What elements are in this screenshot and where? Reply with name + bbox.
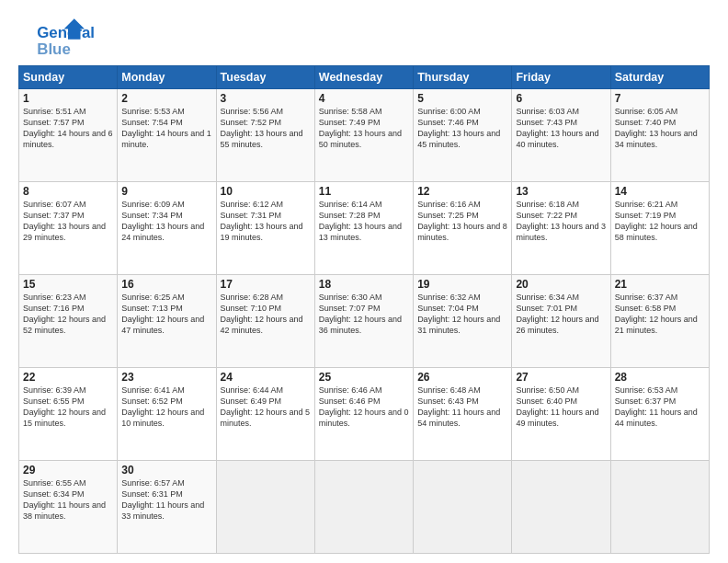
cell-day-number: 23 (121, 371, 211, 384)
cell-day-number: 25 (319, 371, 409, 384)
calendar-cell: 24 Sunrise: 6:44 AM Sunset: 6:49 PM Dayl… (216, 368, 314, 461)
cell-day-number: 3 (221, 92, 311, 105)
weekday-header: Friday (512, 66, 610, 89)
calendar-cell (512, 461, 610, 554)
calendar-cell: 22 Sunrise: 6:39 AM Sunset: 6:55 PM Dayl… (19, 368, 118, 461)
cell-content: Sunrise: 6:30 AM Sunset: 7:07 PM Dayligh… (319, 292, 409, 337)
cell-content: Sunrise: 6:34 AM Sunset: 7:01 PM Dayligh… (516, 292, 606, 337)
cell-content: Sunrise: 6:23 AM Sunset: 7:16 PM Dayligh… (23, 292, 113, 337)
cell-content: Sunrise: 6:28 AM Sunset: 7:10 PM Dayligh… (221, 292, 311, 337)
weekday-header: Tuesday (216, 66, 314, 89)
calendar-cell: 27 Sunrise: 6:50 AM Sunset: 6:40 PM Dayl… (512, 368, 610, 461)
cell-content: Sunrise: 5:56 AM Sunset: 7:52 PM Dayligh… (221, 106, 311, 151)
cell-day-number: 4 (319, 92, 409, 105)
calendar-cell: 8 Sunrise: 6:07 AM Sunset: 7:37 PM Dayli… (19, 182, 118, 275)
cell-day-number: 16 (121, 278, 211, 291)
cell-content: Sunrise: 6:18 AM Sunset: 7:22 PM Dayligh… (516, 199, 606, 244)
cell-day-number: 5 (417, 92, 507, 105)
cell-day-number: 19 (417, 278, 507, 291)
calendar-cell: 11 Sunrise: 6:14 AM Sunset: 7:28 PM Dayl… (314, 182, 413, 275)
logo: General Blue (18, 17, 101, 58)
calendar-cell: 17 Sunrise: 6:28 AM Sunset: 7:10 PM Dayl… (216, 275, 314, 368)
calendar-week-row: 15 Sunrise: 6:23 AM Sunset: 7:16 PM Dayl… (19, 275, 710, 368)
cell-day-number: 27 (516, 371, 606, 384)
calendar-cell (314, 461, 413, 554)
logo-icon: General Blue (18, 17, 101, 58)
cell-content: Sunrise: 6:55 AM Sunset: 6:34 PM Dayligh… (23, 477, 113, 523)
weekday-header: Monday (118, 66, 216, 89)
calendar-cell: 1 Sunrise: 5:51 AM Sunset: 7:57 PM Dayli… (19, 89, 118, 182)
calendar-cell: 15 Sunrise: 6:23 AM Sunset: 7:16 PM Dayl… (19, 275, 118, 368)
cell-day-number: 1 (23, 92, 113, 105)
cell-day-number: 6 (516, 92, 606, 105)
calendar-header-row: SundayMondayTuesdayWednesdayThursdayFrid… (19, 66, 710, 89)
cell-day-number: 8 (23, 185, 113, 198)
cell-day-number: 9 (121, 185, 211, 198)
cell-content: Sunrise: 6:14 AM Sunset: 7:28 PM Dayligh… (319, 199, 409, 244)
calendar-cell: 6 Sunrise: 6:03 AM Sunset: 7:43 PM Dayli… (512, 89, 610, 182)
cell-content: Sunrise: 6:46 AM Sunset: 6:46 PM Dayligh… (319, 385, 409, 430)
cell-content: Sunrise: 6:12 AM Sunset: 7:31 PM Dayligh… (221, 199, 311, 244)
cell-day-number: 12 (417, 185, 507, 198)
cell-day-number: 24 (221, 371, 311, 384)
calendar-cell: 13 Sunrise: 6:18 AM Sunset: 7:22 PM Dayl… (512, 182, 610, 275)
calendar-cell: 28 Sunrise: 6:53 AM Sunset: 6:37 PM Dayl… (610, 368, 709, 461)
calendar-cell (414, 461, 512, 554)
calendar-cell: 16 Sunrise: 6:25 AM Sunset: 7:13 PM Dayl… (118, 275, 216, 368)
calendar-cell: 30 Sunrise: 6:57 AM Sunset: 6:31 PM Dayl… (118, 461, 216, 554)
calendar-cell: 5 Sunrise: 6:00 AM Sunset: 7:46 PM Dayli… (414, 89, 512, 182)
cell-content: Sunrise: 6:50 AM Sunset: 6:40 PM Dayligh… (516, 385, 606, 430)
cell-day-number: 22 (23, 371, 113, 384)
cell-content: Sunrise: 6:53 AM Sunset: 6:37 PM Dayligh… (615, 385, 705, 430)
cell-day-number: 18 (319, 278, 409, 291)
cell-content: Sunrise: 6:48 AM Sunset: 6:43 PM Dayligh… (417, 385, 507, 430)
cell-content: Sunrise: 6:25 AM Sunset: 7:13 PM Dayligh… (121, 292, 211, 337)
cell-content: Sunrise: 6:37 AM Sunset: 6:58 PM Dayligh… (615, 292, 705, 337)
calendar: SundayMondayTuesdayWednesdayThursdayFrid… (18, 65, 710, 554)
calendar-cell: 4 Sunrise: 5:58 AM Sunset: 7:49 PM Dayli… (314, 89, 413, 182)
cell-day-number: 26 (417, 371, 507, 384)
cell-content: Sunrise: 6:07 AM Sunset: 7:37 PM Dayligh… (23, 199, 113, 244)
cell-day-number: 28 (615, 371, 705, 384)
cell-content: Sunrise: 6:57 AM Sunset: 6:31 PM Dayligh… (121, 477, 211, 523)
calendar-cell (216, 461, 314, 554)
cell-content: Sunrise: 6:16 AM Sunset: 7:25 PM Dayligh… (417, 199, 507, 244)
cell-day-number: 7 (615, 92, 705, 105)
calendar-cell: 18 Sunrise: 6:30 AM Sunset: 7:07 PM Dayl… (314, 275, 413, 368)
cell-content: Sunrise: 6:39 AM Sunset: 6:55 PM Dayligh… (23, 385, 113, 430)
cell-day-number: 2 (121, 92, 211, 105)
cell-day-number: 20 (516, 278, 606, 291)
cell-day-number: 29 (23, 464, 113, 477)
calendar-cell (610, 461, 709, 554)
cell-content: Sunrise: 6:21 AM Sunset: 7:19 PM Dayligh… (615, 199, 705, 244)
cell-content: Sunrise: 5:51 AM Sunset: 7:57 PM Dayligh… (23, 106, 113, 151)
calendar-cell: 23 Sunrise: 6:41 AM Sunset: 6:52 PM Dayl… (118, 368, 216, 461)
weekday-header: Wednesday (314, 66, 413, 89)
calendar-week-row: 8 Sunrise: 6:07 AM Sunset: 7:37 PM Dayli… (19, 182, 710, 275)
calendar-cell: 3 Sunrise: 5:56 AM Sunset: 7:52 PM Dayli… (216, 89, 314, 182)
cell-day-number: 21 (615, 278, 705, 291)
cell-content: Sunrise: 5:58 AM Sunset: 7:49 PM Dayligh… (319, 106, 409, 151)
cell-content: Sunrise: 6:05 AM Sunset: 7:40 PM Dayligh… (615, 106, 705, 151)
calendar-cell: 7 Sunrise: 6:05 AM Sunset: 7:40 PM Dayli… (610, 89, 709, 182)
cell-day-number: 17 (221, 278, 311, 291)
cell-day-number: 10 (221, 185, 311, 198)
calendar-week-row: 1 Sunrise: 5:51 AM Sunset: 7:57 PM Dayli… (19, 89, 710, 182)
cell-content: Sunrise: 6:41 AM Sunset: 6:52 PM Dayligh… (121, 385, 211, 430)
cell-day-number: 30 (121, 464, 211, 477)
weekday-header: Sunday (19, 66, 118, 89)
calendar-cell: 14 Sunrise: 6:21 AM Sunset: 7:19 PM Dayl… (610, 182, 709, 275)
header: General Blue (18, 17, 710, 58)
calendar-week-row: 29 Sunrise: 6:55 AM Sunset: 6:34 PM Dayl… (19, 461, 710, 554)
calendar-cell: 2 Sunrise: 5:53 AM Sunset: 7:54 PM Dayli… (118, 89, 216, 182)
calendar-cell: 10 Sunrise: 6:12 AM Sunset: 7:31 PM Dayl… (216, 182, 314, 275)
cell-content: Sunrise: 5:53 AM Sunset: 7:54 PM Dayligh… (121, 106, 211, 151)
weekday-header: Thursday (414, 66, 512, 89)
calendar-cell: 20 Sunrise: 6:34 AM Sunset: 7:01 PM Dayl… (512, 275, 610, 368)
calendar-week-row: 22 Sunrise: 6:39 AM Sunset: 6:55 PM Dayl… (19, 368, 710, 461)
weekday-header: Saturday (610, 66, 709, 89)
calendar-cell: 25 Sunrise: 6:46 AM Sunset: 6:46 PM Dayl… (314, 368, 413, 461)
cell-content: Sunrise: 6:44 AM Sunset: 6:49 PM Dayligh… (221, 385, 311, 430)
cell-content: Sunrise: 6:09 AM Sunset: 7:34 PM Dayligh… (121, 199, 211, 244)
cell-content: Sunrise: 6:00 AM Sunset: 7:46 PM Dayligh… (417, 106, 507, 151)
